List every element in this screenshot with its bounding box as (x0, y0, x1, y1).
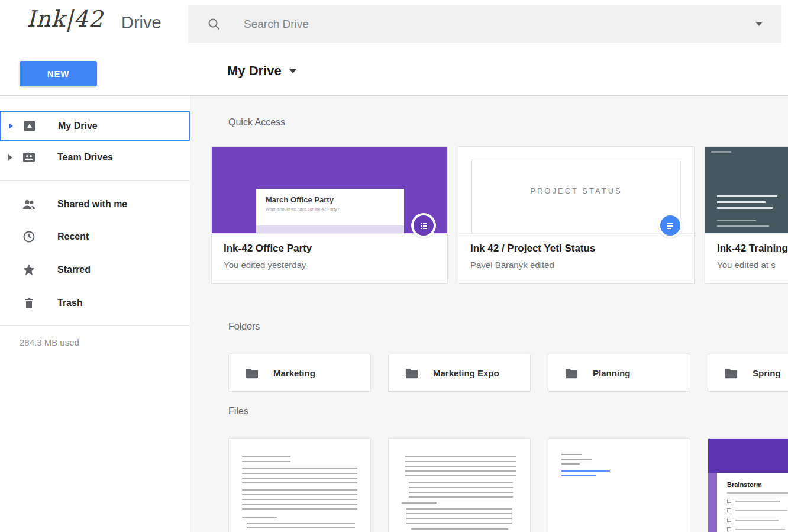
drive-app: Ink|42 Drive NEW My Drive My (0, 0, 788, 532)
folder-spring[interactable]: Spring (708, 354, 788, 392)
quick-access-card-office-party[interactable]: March Office Party When should we have o… (211, 146, 448, 284)
file-document-1[interactable] (228, 438, 371, 532)
sidebar-item-label: Trash (57, 298, 83, 308)
search-icon[interactable] (207, 17, 221, 31)
file-document-3[interactable] (548, 438, 690, 532)
main-panel: Quick Access March Office Party When sho… (190, 96, 788, 532)
people-icon (21, 196, 37, 212)
my-drive-icon (22, 118, 37, 134)
sidebar-divider (0, 325, 190, 326)
form-header-band (708, 439, 788, 473)
sidebar: My Drive Team Drives Shared with me (0, 96, 190, 532)
folder-name: Marketing (273, 368, 315, 378)
sidebar-item-label: Starred (57, 265, 91, 275)
sidebar-item-label: Shared with me (57, 199, 127, 209)
file-title: Ink 42 / Project Yeti Status (470, 243, 682, 254)
file-form-brainstorm[interactable]: Brainstorm (708, 438, 788, 532)
folder-marketing[interactable]: Marketing (228, 354, 371, 392)
form-thumbnail: Brainstorm (708, 473, 788, 531)
sidebar-item-label: My Drive (58, 121, 98, 131)
thumbnail-title: March Office Party (266, 195, 395, 204)
storage-used: 284.3 MB used (20, 337, 79, 347)
expand-arrow-icon[interactable] (9, 123, 13, 129)
sidebar-item-starred[interactable]: Starred (0, 255, 190, 285)
folder-icon (246, 367, 259, 379)
clock-icon (21, 229, 37, 244)
sidebar-item-label: Recent (57, 231, 89, 242)
folder-name: Planning (593, 368, 630, 378)
quick-access-card-project-yeti[interactable]: PROJECT STATUS Ink 42 / Project Yeti Sta… (458, 146, 695, 284)
docs-badge-icon (658, 213, 683, 238)
search-options-caret-icon[interactable] (755, 22, 763, 26)
thumbnail-title: PROJECT STATUS (472, 186, 680, 195)
folder-icon (725, 367, 738, 379)
sidebar-item-trash[interactable]: Trash (0, 288, 190, 318)
files-row: Brainstorm (228, 438, 788, 532)
file-subtitle: You edited yesterday (224, 260, 435, 270)
folder-icon (565, 367, 578, 379)
company-logo: Ink|42 (27, 6, 104, 32)
folder-planning[interactable]: Planning (548, 354, 690, 392)
new-button[interactable]: NEW (20, 61, 97, 86)
star-icon (21, 262, 37, 278)
thumbnail-title: Brainstorm (727, 481, 788, 488)
document-thumbnail (548, 439, 690, 476)
sidebar-item-recent[interactable]: Recent (0, 222, 190, 252)
sidebar-item-team-drives[interactable]: Team Drives (0, 143, 190, 172)
folder-marketing-expo[interactable]: Marketing Expo (388, 354, 531, 392)
document-thumbnail (229, 439, 370, 532)
trash-icon (21, 295, 37, 311)
top-bar: Ink|42 Drive (0, 0, 788, 48)
folder-icon (405, 367, 418, 379)
quick-access-card-training[interactable]: Ink-42 Training You edited at s (705, 146, 788, 284)
file-title: Ink-42 Training (717, 243, 788, 254)
sidebar-item-shared-with-me[interactable]: Shared with me (0, 189, 190, 219)
document-thumbnail (389, 439, 530, 532)
content: My Drive Team Drives Shared with me (0, 96, 788, 532)
product-name: Drive (121, 13, 162, 33)
thumbnail-subtext: When should we have our Ink-42 Party? (266, 207, 395, 211)
forms-badge-icon (411, 213, 436, 238)
search-input[interactable] (244, 18, 755, 31)
expand-arrow-icon[interactable] (8, 154, 12, 160)
team-drives-icon (21, 150, 37, 165)
files-heading: Files (228, 406, 248, 417)
sidebar-item-label: Team Drives (57, 152, 113, 163)
quick-access-heading: Quick Access (228, 117, 285, 128)
form-side-strip (708, 473, 717, 532)
folders-row: Marketing Marketing Expo Planning Spring (228, 354, 788, 392)
sidebar-divider (0, 180, 190, 181)
slide-thumbnail (705, 147, 788, 234)
folder-name: Spring (753, 368, 781, 378)
search-bar[interactable] (188, 5, 781, 43)
file-subtitle: Pavel Baranyk edited (470, 260, 682, 270)
file-document-2[interactable] (388, 438, 531, 532)
view-title-caret-icon[interactable] (289, 69, 296, 73)
file-title: Ink-42 Office Party (224, 243, 435, 254)
folder-name: Marketing Expo (433, 368, 499, 378)
view-title-dropdown[interactable]: My Drive (227, 59, 296, 83)
folders-heading: Folders (228, 321, 260, 332)
toolbar: NEW My Drive (0, 48, 788, 95)
view-title: My Drive (227, 63, 282, 79)
quick-access-row: March Office Party When should we have o… (211, 146, 788, 284)
sidebar-item-my-drive[interactable]: My Drive (0, 111, 190, 141)
file-subtitle: You edited at s (717, 260, 788, 270)
